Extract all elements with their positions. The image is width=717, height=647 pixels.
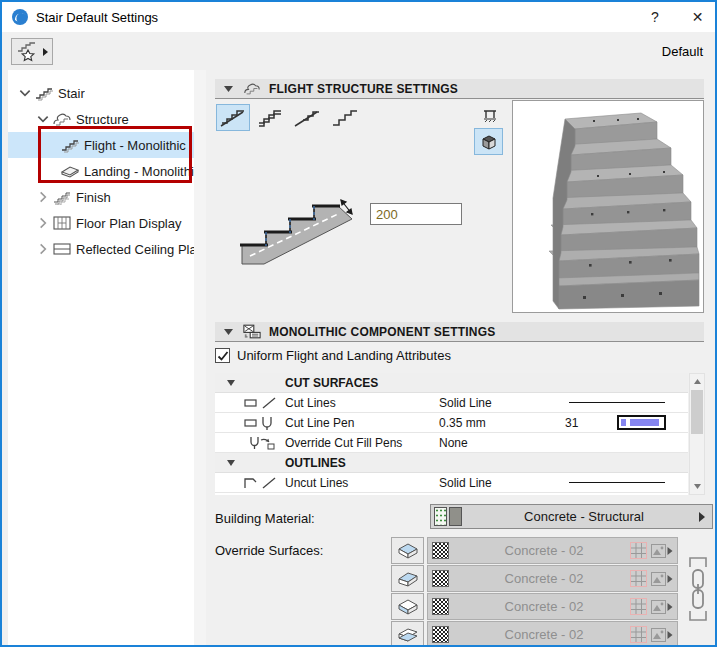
- flyout-arrow-icon: [43, 48, 48, 56]
- ceiling-plan-icon: [52, 241, 72, 257]
- tree-item-floor-plan-display[interactable]: Floor Plan Display: [8, 210, 194, 236]
- tree-item-structure[interactable]: Structure: [8, 106, 194, 132]
- structure-type-none-button[interactable]: [327, 104, 361, 131]
- tree-item-landing-monolithic[interactable]: Landing - Monolithic: [8, 158, 194, 184]
- chevron-down-icon[interactable]: [36, 112, 50, 126]
- tree-item-finish[interactable]: Finish: [8, 184, 194, 210]
- stepped-stair-icon: [256, 108, 284, 128]
- structure-type-stepped-button[interactable]: [253, 104, 287, 131]
- image-icon: [651, 572, 666, 586]
- help-button[interactable]: ?: [638, 2, 672, 32]
- pen-color-swatch[interactable]: [617, 415, 666, 430]
- building-material-dropdown[interactable]: Concrete - Structural: [430, 504, 713, 529]
- front-face-icon: [396, 570, 420, 588]
- chevron-right-icon[interactable]: [36, 190, 50, 204]
- line-type-sample[interactable]: [569, 402, 665, 403]
- flight-structure-settings-header[interactable]: FLIGHT STRUCTURE SETTINGS: [215, 79, 704, 99]
- tree-item-label: Finish: [76, 190, 111, 205]
- surface-texture-swatch: [432, 570, 449, 587]
- collapse-triangle-icon[interactable]: [224, 86, 233, 92]
- table-scrollbar[interactable]: [689, 373, 705, 495]
- texture-grid-icon: [630, 598, 647, 615]
- override-surface-dropdown[interactable]: Concrete - 02: [427, 593, 678, 620]
- component-settings-icon: [243, 324, 261, 339]
- tree-item-flight-monolithic[interactable]: Flight - Monolithic: [8, 132, 194, 158]
- group-label: OUTLINES: [285, 456, 346, 470]
- collapse-triangle-icon[interactable]: [227, 380, 235, 386]
- tree-item-label: Structure: [76, 112, 129, 127]
- symbol-view-icon: [481, 108, 499, 124]
- row-label: Cut Lines: [285, 396, 336, 410]
- symbolic-view-button[interactable]: [477, 104, 503, 127]
- surface-material-value: Concrete - 02: [458, 571, 630, 586]
- favorites-button[interactable]: [11, 38, 53, 65]
- scroll-up-arrow[interactable]: [690, 374, 704, 389]
- default-label[interactable]: Default: [662, 44, 703, 59]
- table-row-uncut-lines[interactable]: Uncut Lines Solid Line: [215, 473, 688, 493]
- tree-item-label: Stair: [58, 86, 85, 101]
- floor-plan-icon: [52, 215, 72, 231]
- checkmark-icon: [217, 350, 229, 362]
- surface-bottom-face-button[interactable]: [391, 621, 424, 645]
- material-fill-swatch: [434, 507, 447, 526]
- cut-lines-icon: [243, 395, 281, 411]
- title-bar[interactable]: Stair Default Settings ? ✕: [2, 2, 715, 32]
- row-value[interactable]: Solid Line: [439, 396, 492, 410]
- stair-3d-render: [513, 101, 703, 312]
- row-value[interactable]: 0.35 mm: [439, 416, 486, 430]
- group-row-cut-surfaces[interactable]: CUT SURFACES: [215, 373, 688, 393]
- collapse-triangle-icon[interactable]: [224, 329, 233, 335]
- row-value[interactable]: None: [439, 436, 468, 450]
- tree-item-label: Floor Plan Display: [76, 216, 182, 231]
- close-button[interactable]: ✕: [680, 2, 715, 32]
- structure-type-monolithic-button[interactable]: [216, 104, 250, 131]
- surface-top-face-button[interactable]: [391, 537, 424, 564]
- tree-item-reflected-ceiling-plan[interactable]: Reflected Ceiling Plan Di: [8, 236, 194, 262]
- bottom-face-icon: [396, 626, 420, 644]
- chevron-right-icon[interactable]: [36, 216, 50, 230]
- table-row-cut-line-pen[interactable]: Cut Line Pen 0.35 mm 31: [215, 413, 688, 433]
- uniform-attributes-row: Uniform Flight and Landing Attributes: [215, 348, 451, 363]
- surface-side-face-button[interactable]: [391, 593, 424, 620]
- monolithic-stair-icon: [219, 108, 247, 128]
- chevron-down-icon[interactable]: [18, 86, 32, 100]
- 3d-view-button[interactable]: [474, 128, 503, 155]
- flight-thickness-input[interactable]: [370, 203, 462, 225]
- row-label: Cut Line Pen: [285, 416, 354, 430]
- cube-icon: [480, 133, 498, 151]
- scrollbar-thumb[interactable]: [691, 390, 703, 434]
- monolithic-component-settings-header[interactable]: MONOLITHIC COMPONENT SETTINGS: [215, 322, 704, 342]
- override-surface-dropdown[interactable]: Concrete - 02: [427, 565, 678, 592]
- collapse-triangle-icon[interactable]: [227, 460, 235, 466]
- tree-item-label: Reflected Ceiling Plan Di: [76, 242, 194, 257]
- row-value[interactable]: Solid Line: [439, 476, 492, 490]
- tree-scrollbar-track[interactable]: [194, 70, 206, 645]
- structure-type-slab-button[interactable]: [290, 104, 324, 131]
- group-row-outlines[interactable]: OUTLINES: [215, 453, 688, 473]
- stair-3d-preview[interactable]: [512, 100, 704, 313]
- flyout-arrow-icon: [667, 547, 673, 555]
- flight-structure-icon: [243, 81, 261, 96]
- surface-material-value: Concrete - 02: [458, 599, 630, 614]
- uniform-attributes-checkbox[interactable]: [215, 348, 230, 363]
- uniform-attributes-label: Uniform Flight and Landing Attributes: [237, 348, 451, 363]
- attributes-table: CUT SURFACES Cut Lines Solid Line Cut Li…: [215, 373, 688, 495]
- link-surfaces-chain-icon[interactable]: [683, 553, 713, 625]
- row-label: Override Cut Fill Pens: [285, 436, 402, 450]
- scroll-down-arrow[interactable]: [690, 479, 704, 494]
- line-type-sample[interactable]: [569, 482, 665, 483]
- surface-riser-face-button[interactable]: [391, 565, 424, 592]
- cut-line-pen-icon: [243, 415, 281, 431]
- table-row-override-cut-fill-pens[interactable]: Override Cut Fill Pens None: [215, 433, 688, 453]
- table-row-cut-lines[interactable]: Cut Lines Solid Line: [215, 393, 688, 413]
- tree-item-stair[interactable]: Stair: [8, 80, 194, 106]
- image-icon: [651, 544, 666, 558]
- top-face-icon: [396, 542, 420, 560]
- plain-stair-icon: [330, 108, 358, 128]
- building-material-value: Concrete - Structural: [470, 509, 698, 524]
- chevron-right-icon[interactable]: [36, 242, 50, 256]
- override-surface-dropdown[interactable]: Concrete - 02: [427, 621, 678, 645]
- favorites-stair-star-icon: [16, 42, 42, 62]
- material-surface-swatch: [449, 507, 462, 526]
- override-surface-dropdown[interactable]: Concrete - 02: [427, 537, 678, 564]
